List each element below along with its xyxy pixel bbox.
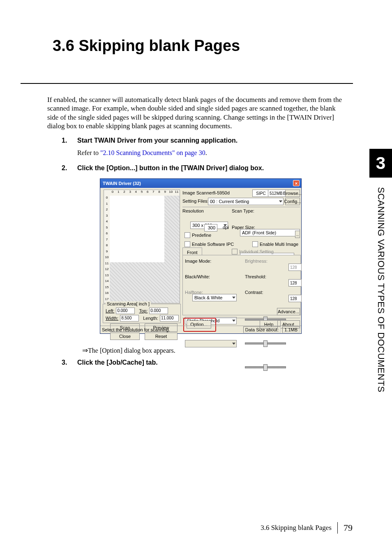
scanarea-top-label: Top: — [139, 308, 148, 313]
image-scanner-label: Image Scanner: — [182, 190, 214, 195]
preview-area: 0 1 2 3 4 5 6 7 8 9 10 11 0 1 2 — [104, 190, 180, 303]
step-3-number: 3. — [62, 359, 67, 366]
multi-image-checkbox[interactable] — [252, 241, 258, 247]
close-button[interactable]: Close — [110, 333, 140, 340]
preview-page-rect — [110, 196, 164, 262]
image-scanner-value: fi-5950d — [213, 190, 230, 195]
scanning-area-legend: Scanning Area[ inch ] — [106, 301, 151, 306]
step-3-text: Click the [Job/Cache] tab. — [77, 359, 345, 366]
footer-divider — [337, 522, 338, 534]
resolution-label: Resolution — [182, 208, 204, 213]
close-icon[interactable]: × — [293, 180, 300, 186]
twain-driver-dialog: TWAIN Driver (32) × 0 1 2 3 4 5 6 7 8 9 … — [100, 178, 302, 334]
contrast-label: Contrast: — [245, 290, 263, 295]
scanarea-left-field[interactable]: 0.000 — [116, 308, 135, 314]
software-ipc-label: Enable Software IPC — [192, 242, 234, 247]
browse-button[interactable]: Browse... — [285, 190, 300, 197]
step-2-number: 2. — [62, 164, 67, 172]
threshold-label: Threshold: — [245, 274, 266, 279]
dialog-titlebar: TWAIN Driver (32) × — [100, 179, 301, 188]
refer-line: Refer to "2.10 Scanning Documents" on pa… — [77, 149, 207, 157]
software-ipc-checkbox[interactable] — [184, 241, 190, 247]
scan-type-combo[interactable]: ADF (Front Side) — [240, 229, 300, 236]
chapter-tab: 3 — [369, 149, 392, 178]
ruler-left: 0 1 2 3 4 5 6 7 8 9 10 11 12 13 14 15 16 — [104, 196, 110, 303]
paper-size-label: Paper Size: — [232, 225, 255, 230]
brightness-label: Brightness: — [245, 259, 267, 264]
ruler-top: 0 1 2 3 4 5 6 7 8 9 10 11 — [110, 190, 180, 196]
status-bar: Select the resolution for scanning. Data… — [100, 326, 301, 333]
tab-panel — [182, 255, 301, 315]
threshold-slider[interactable] — [245, 339, 286, 347]
footer-page-number: 79 — [344, 523, 353, 533]
dialog-title: TWAIN Driver (32) — [103, 181, 141, 186]
threshold-value[interactable]: 128 — [288, 279, 302, 287]
predefine-checkbox[interactable] — [184, 232, 190, 238]
result-line: ⇒The [Option] dialog box appears. — [82, 346, 175, 355]
scanarea-length-field[interactable]: 11.000 — [160, 315, 179, 321]
multi-image-label: Enable Multi Image — [260, 242, 298, 247]
page-footer: 3.6 Skipping blank Pages 79 — [261, 522, 353, 534]
resolution-dpi-unit: dpi — [223, 225, 229, 230]
blackwhite-label: Black/White: — [185, 274, 210, 279]
image-mode-combo[interactable]: Black & White — [192, 294, 237, 301]
scanning-area-group: Scanning Area[ inch ] Left: 0.000 Top: 0… — [103, 304, 181, 323]
brightness-value: 128 — [288, 264, 302, 271]
halftone-combo — [185, 340, 237, 347]
scanarea-width-label: Width: — [106, 316, 118, 321]
individual-setting-checkbox — [232, 249, 238, 254]
scanarea-width-field[interactable]: 8.500 — [120, 315, 139, 321]
step-1: 1. Start TWAIN Driver from your scanning… — [62, 137, 345, 144]
setting-files-label: Setting Files: — [182, 199, 209, 204]
refer-link[interactable]: "2.10 Scanning Documents" on page 30 — [100, 149, 205, 156]
scanarea-left-label: Left: — [106, 308, 114, 313]
paper-size-more-button[interactable]: .. — [295, 231, 300, 238]
status-size-label: Data Size about: — [243, 326, 281, 333]
step-1-number: 1. — [62, 137, 67, 144]
setting-files-combo[interactable]: 00 : Current Setting — [208, 198, 284, 205]
side-section-title: SCANNING VARIOUS TYPES OF DOCUMENTS — [376, 187, 386, 393]
sipc-box: SIPC — [252, 190, 270, 197]
scanarea-length-label: Length: — [143, 316, 158, 321]
intro-paragraph: If enabled, the scanner will automatical… — [47, 95, 345, 130]
scanarea-top-field[interactable]: 0.000 — [149, 308, 168, 314]
image-mode-label: Image Mode: — [185, 259, 211, 264]
resolution-dpi-field[interactable]: 300 — [204, 224, 217, 231]
reset-button[interactable]: Reset — [145, 333, 178, 340]
refer-suffix: . — [205, 149, 207, 156]
page-heading: 3.6 Skipping blank Pages — [53, 37, 240, 55]
step-2: 2. Click the [Option...] button in the [… — [62, 164, 345, 172]
refer-prefix: Refer to — [77, 149, 100, 156]
heading-rule — [21, 83, 353, 84]
step-2-text: Click the [Option...] button in the [TWA… — [77, 164, 345, 172]
footer-title: 3.6 Skipping blank Pages — [261, 524, 332, 532]
status-size-value: 1.1MB — [282, 326, 300, 333]
advance-button[interactable]: Advance... — [277, 308, 300, 315]
step-1-text: Start TWAIN Driver from your scanning ap… — [77, 137, 345, 144]
result-text: The [Option] dialog box appears. — [88, 347, 175, 354]
individual-setting-label: Individual Setting — [239, 249, 274, 254]
predefine-label: Predefine — [192, 233, 211, 238]
arrow-icon: ⇒ — [82, 347, 88, 354]
status-text: Select the resolution for scanning. — [102, 327, 170, 332]
config-button[interactable]: Config... — [285, 198, 300, 205]
scan-type-label: Scan Type: — [232, 208, 254, 213]
contrast-value[interactable]: 128 — [288, 295, 302, 302]
halftone-label: Halftone: — [185, 290, 203, 295]
preview-canvas — [110, 196, 180, 303]
step-3: 3. Click the [Job/Cache] tab. — [62, 359, 345, 366]
